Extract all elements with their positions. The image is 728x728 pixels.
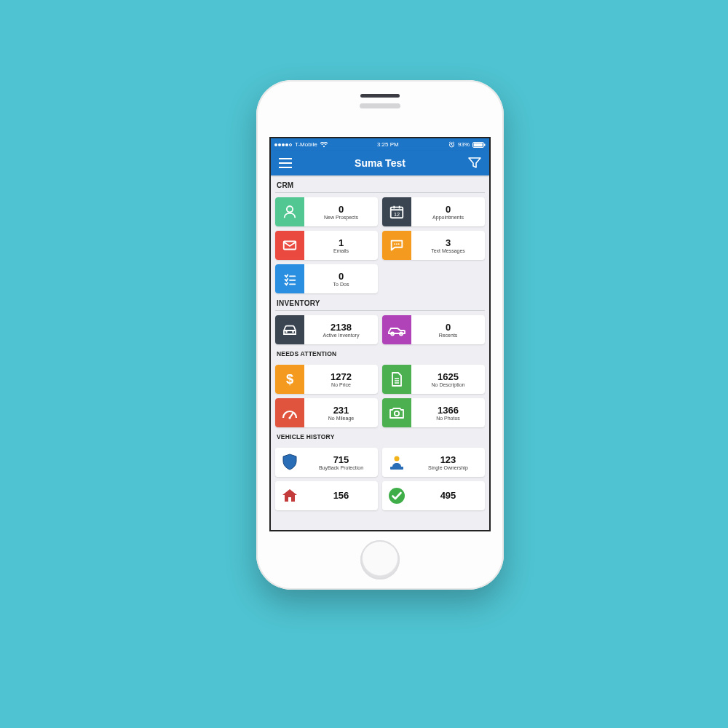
section-crm: CRM	[275, 175, 485, 193]
crm-tile-mail[interactable]: 1Emails	[275, 231, 378, 260]
svg-text:12: 12	[394, 211, 400, 218]
battery-icon	[472, 142, 486, 148]
svg-point-17	[395, 411, 399, 416]
tile-value: 1366	[438, 405, 459, 415]
phone-frame: T-Mobile 3:25 PM 93% Suma Test	[256, 80, 504, 590]
svg-rect-2	[474, 143, 483, 146]
crm-tile-chat[interactable]: 3Text Messages	[382, 231, 485, 260]
tile-value: 715	[333, 455, 349, 464]
filter-button[interactable]	[467, 156, 482, 170]
tile-label: Emails	[333, 248, 349, 253]
nav-bar: Suma Test	[271, 151, 489, 175]
svg-point-16	[288, 416, 290, 419]
history-tile-owner[interactable]: 123Single Ownership	[382, 448, 485, 477]
inventory-tile-carside[interactable]: 0Recents	[382, 315, 485, 344]
tile-value: 0	[446, 323, 451, 332]
needs-tile-gauge[interactable]: 231No Mileage	[275, 398, 378, 427]
tile-label: Appointments	[432, 215, 464, 220]
tile-value: 2138	[331, 323, 352, 332]
tile-label: Single Ownership	[428, 465, 468, 470]
crm-tile-person[interactable]: 0New Prospects	[275, 197, 378, 226]
signal-dots-icon	[274, 143, 292, 146]
alarm-icon	[448, 141, 455, 148]
svg-rect-3	[484, 143, 486, 146]
menu-button[interactable]	[278, 156, 293, 170]
todo-icon	[275, 264, 304, 293]
shield-icon	[275, 448, 304, 477]
calendar-icon: 12	[382, 197, 411, 226]
tile-label: BuyBack Protection	[319, 465, 363, 470]
tile-label: Text Messages	[431, 248, 465, 253]
tile-value: 1272	[331, 372, 352, 381]
tile-label: No Photos	[436, 416, 460, 421]
tile-value: 156	[333, 491, 349, 500]
svg-point-10	[398, 243, 400, 245]
owner-icon	[382, 448, 411, 477]
battery-pct: 93%	[458, 141, 470, 148]
dollar-icon: $	[275, 365, 304, 394]
tile-label: New Prospects	[324, 215, 358, 220]
check-icon	[382, 481, 411, 510]
svg-point-4	[287, 206, 293, 212]
carside-icon	[382, 315, 411, 344]
tile-value: 495	[440, 491, 456, 500]
tile-value: 123	[440, 455, 456, 464]
doc-icon	[382, 365, 411, 394]
crm-tile-calendar[interactable]: 120Appointments	[382, 197, 485, 226]
section-needs: NEEDS ATTENTION	[275, 344, 485, 360]
svg-point-9	[396, 243, 397, 245]
screen: T-Mobile 3:25 PM 93% Suma Test	[269, 137, 491, 531]
crm-tile-todo[interactable]: 0To Dos	[275, 264, 378, 293]
history-tile-check[interactable]: 495	[382, 481, 485, 510]
chat-icon	[382, 231, 411, 260]
mail-icon	[275, 231, 304, 260]
page-title: Suma Test	[293, 157, 467, 169]
tile-value: 0	[446, 205, 451, 214]
clock: 3:25 PM	[377, 141, 399, 148]
status-bar: T-Mobile 3:25 PM 93%	[271, 138, 489, 151]
tile-value: 0	[339, 205, 344, 214]
needs-tile-camera[interactable]: 1366No Photos	[382, 398, 485, 427]
wifi-icon	[320, 142, 328, 148]
svg-point-11	[285, 331, 288, 333]
svg-text:$: $	[286, 371, 293, 387]
section-history: VEHICLE HISTORY	[275, 427, 485, 443]
home-button[interactable]	[360, 540, 400, 579]
tile-label: Active Inventory	[323, 333, 360, 338]
tile-label: No Mileage	[328, 416, 354, 421]
tile-label: Recents	[439, 333, 458, 338]
svg-point-12	[292, 331, 294, 333]
person-icon	[275, 197, 304, 226]
needs-tile-dollar[interactable]: $1272No Price	[275, 365, 378, 394]
svg-point-8	[394, 243, 395, 245]
svg-rect-19	[390, 467, 403, 470]
dashboard: CRM 0New Prospects120Appointments1Emails…	[271, 175, 489, 530]
gauge-icon	[275, 398, 304, 427]
tile-label: No Description	[432, 382, 465, 387]
tile-value: 1	[339, 238, 344, 248]
history-tile-house[interactable]: 156	[275, 481, 378, 510]
section-inventory: INVENTORY	[275, 293, 485, 311]
tile-value: 0	[339, 272, 344, 281]
car-icon	[275, 315, 304, 344]
svg-rect-20	[288, 497, 291, 502]
inventory-tile-car[interactable]: 2138Active Inventory	[275, 315, 378, 344]
tile-label: No Price	[331, 382, 351, 387]
tile-label: To Dos	[333, 282, 349, 287]
tile-value: 1625	[438, 372, 459, 381]
tile-value: 231	[333, 405, 349, 415]
camera-icon	[382, 398, 411, 427]
carrier-label: T-Mobile	[295, 141, 317, 148]
history-tile-shield[interactable]: 715BuyBack Protection	[275, 448, 378, 477]
svg-point-18	[395, 456, 400, 462]
tile-value: 3	[446, 238, 451, 248]
needs-tile-doc[interactable]: 1625No Description	[382, 365, 485, 394]
house-icon	[275, 481, 304, 510]
